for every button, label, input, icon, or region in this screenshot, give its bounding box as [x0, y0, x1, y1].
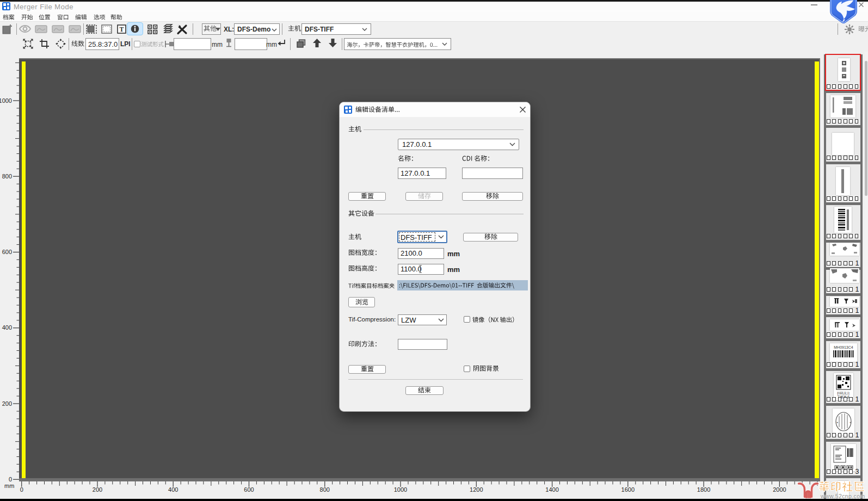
svg-text:1000: 1000 — [394, 486, 407, 492]
svg-text:800: 800 — [320, 486, 330, 492]
svg-text:MH0913C4: MH0913C4 — [834, 345, 853, 349]
svg-text:1000: 1000 — [0, 97, 12, 104]
svg-text:400: 400 — [168, 486, 178, 492]
svg-text:200: 200 — [93, 486, 102, 492]
svg-text:T: T — [119, 26, 124, 33]
svg-text:400: 400 — [2, 324, 12, 331]
svg-text:●: ● — [849, 420, 851, 424]
svg-text:1400: 1400 — [545, 486, 558, 492]
svg-text:1200: 1200 — [470, 486, 483, 492]
svg-text:600: 600 — [2, 249, 12, 255]
svg-text:0: 0 — [9, 476, 12, 483]
svg-text:600: 600 — [244, 486, 254, 492]
svg-text:200: 200 — [2, 400, 12, 407]
svg-text:800: 800 — [2, 173, 12, 180]
svg-text:0: 0 — [20, 486, 23, 492]
svg-text:●: ● — [836, 420, 838, 424]
svg-text:1800: 1800 — [697, 486, 710, 492]
svg-text:1600: 1600 — [621, 486, 635, 492]
svg-text:2000: 2000 — [773, 486, 786, 492]
svg-text:mm: mm — [4, 483, 14, 489]
svg-text:扫码关注: 扫码关注 — [836, 391, 850, 395]
